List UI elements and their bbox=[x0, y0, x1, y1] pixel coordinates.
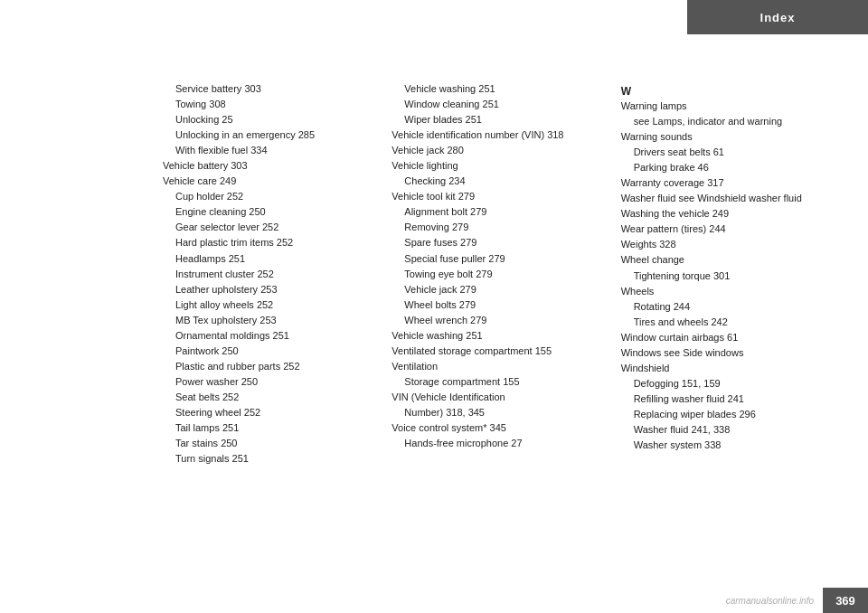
index-entry: Vehicle washing 251 bbox=[392, 328, 611, 344]
index-entry: Towing eye bolt 279 bbox=[392, 267, 611, 282]
index-entry: Service battery 303 bbox=[163, 81, 382, 97]
index-entry: Cup holder 252 bbox=[163, 189, 382, 204]
index-entry: see Lamps, indicator and warning bbox=[621, 114, 841, 129]
index-entry: Hard plastic trim items 252 bbox=[163, 235, 382, 250]
index-entry: Drivers seat belts 61 bbox=[621, 145, 841, 160]
index-entry: Ventilated storage compartment 155 bbox=[392, 344, 611, 359]
index-entry: Power washer 250 bbox=[163, 374, 382, 390]
index-entry: Ventilation bbox=[392, 359, 611, 374]
index-entry: Seat belts 252 bbox=[163, 390, 382, 405]
index-entry: Steering wheel 252 bbox=[163, 405, 382, 420]
index-entry: Unlocking in an emergency 285 bbox=[163, 127, 382, 143]
index-entry: Voice control system* 345 bbox=[392, 420, 611, 436]
index-entry: Special fuse puller 279 bbox=[392, 251, 611, 267]
index-column-col2: Vehicle washing 251Window cleaning 251Wi… bbox=[392, 81, 620, 577]
index-entry: Warning lamps bbox=[621, 99, 841, 114]
index-entry: Windows see Side windows bbox=[621, 345, 841, 361]
index-entry: Engine cleaning 250 bbox=[163, 204, 382, 220]
index-entry: Vehicle jack 280 bbox=[392, 143, 611, 158]
index-entry: Vehicle lighting bbox=[392, 158, 611, 174]
index-entry: Wheel bolts 279 bbox=[392, 297, 611, 313]
index-entry: Checking 234 bbox=[392, 174, 611, 189]
index-entry: Wheel change bbox=[621, 252, 841, 268]
index-entry: Tail lamps 251 bbox=[163, 420, 382, 436]
watermark: carmanualsonline.info bbox=[726, 596, 814, 606]
index-entry: Weights 328 bbox=[621, 237, 841, 252]
index-entry: Leather upholstery 253 bbox=[163, 282, 382, 297]
index-entry: Spare fuses 279 bbox=[392, 235, 611, 250]
index-entry: Tires and wheels 242 bbox=[621, 315, 841, 330]
index-entry: Number) 318, 345 bbox=[392, 405, 611, 420]
index-entry: VIN (Vehicle Identification bbox=[392, 390, 611, 405]
index-entry: Alignment bolt 279 bbox=[392, 204, 611, 220]
index-entry: Rotating 244 bbox=[621, 299, 841, 315]
index-entry: Window curtain airbags 61 bbox=[621, 330, 841, 345]
index-entry: Vehicle tool kit 279 bbox=[392, 189, 611, 204]
index-entry: Washer fluid 241, 338 bbox=[621, 422, 841, 438]
index-entry: Replacing wiper blades 296 bbox=[621, 407, 841, 422]
index-entry: Turn signals 251 bbox=[163, 451, 382, 467]
index-entry: Warranty coverage 317 bbox=[621, 175, 841, 191]
index-entry: Hands-free microphone 27 bbox=[392, 436, 611, 451]
index-header: Index bbox=[687, 0, 868, 34]
index-entry: W bbox=[621, 85, 841, 98]
index-entry: Ornamental moldings 251 bbox=[163, 328, 382, 344]
page-number: 369 bbox=[835, 594, 855, 608]
index-entry: Vehicle battery 303 bbox=[163, 158, 382, 174]
index-entry: Headlamps 251 bbox=[163, 251, 382, 267]
index-entry: Windshield bbox=[621, 361, 841, 376]
index-column-col1: Service battery 303Towing 308Unlocking 2… bbox=[163, 81, 392, 577]
index-entry: Refilling washer fluid 241 bbox=[621, 391, 841, 407]
index-entry: Removing 279 bbox=[392, 220, 611, 235]
index-entry: Window cleaning 251 bbox=[392, 97, 611, 112]
index-entry: Light alloy wheels 252 bbox=[163, 297, 382, 313]
index-entry: Vehicle jack 279 bbox=[392, 282, 611, 297]
index-entry: With flexible fuel 334 bbox=[163, 143, 382, 158]
index-entry: Instrument cluster 252 bbox=[163, 267, 382, 282]
index-entry: MB Tex upholstery 253 bbox=[163, 313, 382, 328]
index-entry: Plastic and rubber parts 252 bbox=[163, 359, 382, 374]
index-entry: Washer system 338 bbox=[621, 438, 841, 453]
index-entry: Towing 308 bbox=[163, 97, 382, 112]
index-column-col3: WWarning lampssee Lamps, indicator and w… bbox=[621, 81, 850, 577]
index-entry: Wheel wrench 279 bbox=[392, 313, 611, 328]
header-label: Index bbox=[760, 11, 796, 24]
index-entry: Paintwork 250 bbox=[163, 344, 382, 359]
index-entry: Wiper blades 251 bbox=[392, 112, 611, 127]
index-entry: Warning sounds bbox=[621, 129, 841, 145]
index-entry: Wheels bbox=[621, 284, 841, 299]
index-entry: Tightening torque 301 bbox=[621, 269, 841, 284]
page-number-box: 369 bbox=[823, 588, 868, 613]
index-entry: Vehicle identification number (VIN) 318 bbox=[392, 127, 611, 143]
index-entry: Defogging 151, 159 bbox=[621, 376, 841, 391]
index-entry: Vehicle care 249 bbox=[163, 174, 382, 189]
index-entry: Wear pattern (tires) 244 bbox=[621, 222, 841, 237]
index-entry: Vehicle washing 251 bbox=[392, 81, 611, 97]
index-content: Service battery 303Towing 308Unlocking 2… bbox=[163, 81, 850, 577]
index-entry: Gear selector lever 252 bbox=[163, 220, 382, 235]
index-entry: Washer fluid see Windshield washer fluid bbox=[621, 191, 841, 206]
index-entry: Unlocking 25 bbox=[163, 112, 382, 127]
index-entry: Parking brake 46 bbox=[621, 160, 841, 175]
index-entry: Tar stains 250 bbox=[163, 436, 382, 451]
index-entry: Washing the vehicle 249 bbox=[621, 206, 841, 222]
index-entry: Storage compartment 155 bbox=[392, 374, 611, 390]
